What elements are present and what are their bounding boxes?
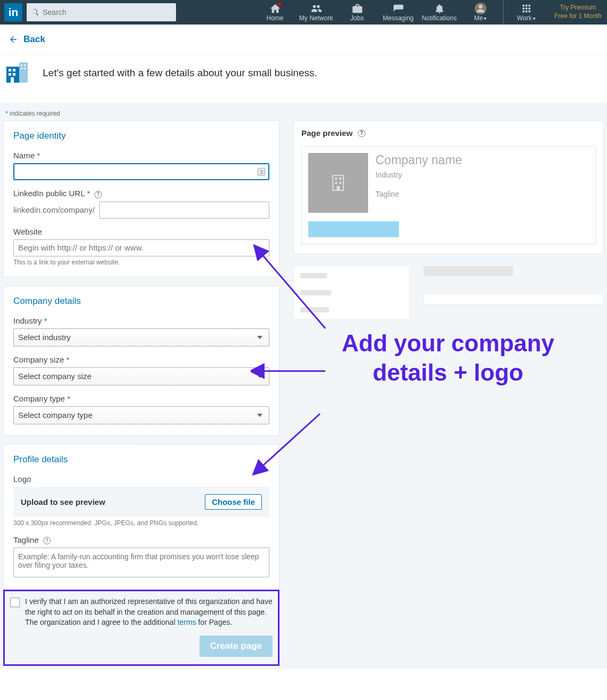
bell-icon [434,3,445,14]
verify-checkbox[interactable] [10,598,20,607]
building-placeholder-icon [325,170,351,196]
url-input[interactable] [99,202,269,219]
back-bar: Back [0,25,607,55]
svg-rect-3 [13,69,15,71]
premium-line2: Free for 1 Month [553,12,603,21]
type-select[interactable]: Select company type [13,406,269,424]
upload-row: Upload to see preview Choose file [13,487,269,517]
home-badge [277,2,282,6]
building-icon [4,59,30,86]
help-icon[interactable]: ? [358,130,365,137]
preview-industry: Industry [376,171,462,179]
page-identity-card: Page identity Name * ☰ LinkedIn public U… [3,120,279,277]
jobs-icon [352,3,363,14]
chevron-down-icon: ▾ [484,15,486,21]
help-icon[interactable]: ? [43,537,51,544]
tagline-label: Tagline [13,535,39,544]
autofill-icon[interactable]: ☰ [258,168,265,175]
website-help: This is a link to your external website. [13,259,269,266]
svg-rect-16 [339,182,341,184]
profile-details-card: Profile details Logo Upload to see previ… [3,444,279,590]
nav-jobs-label: Jobs [350,14,364,22]
intro-headline: Let's get started with a few details abo… [43,67,317,79]
profile-details-title: Profile details [13,454,269,465]
nav-home-label: Home [266,14,283,22]
linkedin-logo[interactable]: in [4,3,22,21]
website-label: Website [13,227,269,236]
size-label: Company size [13,355,64,364]
avatar-icon [475,3,486,14]
nav-messaging-label: Messaging [382,14,413,22]
required-note: * indicates required [0,107,607,120]
nav-me-label: Me [474,14,483,22]
page-identity-title: Page identity [13,131,269,141]
type-label: Company type [13,394,65,403]
main-area: * indicates required Page identity Name … [0,102,607,669]
company-details-title: Company details [13,296,269,307]
tagline-input[interactable] [13,548,269,577]
size-select[interactable]: Select company size [13,367,269,385]
preview-card: Page preview ? Company name Industry Tag… [293,120,604,254]
back-link[interactable]: Back [9,34,45,45]
nav-divider [503,0,504,25]
back-label: Back [23,34,45,45]
svg-point-0 [478,5,482,9]
svg-rect-10 [21,68,22,69]
nav-me[interactable]: Me▾ [460,0,501,25]
svg-rect-8 [21,65,22,66]
url-label: LinkedIn public URL [13,189,85,198]
search-input[interactable] [43,8,172,17]
industry-label: Industry [13,316,42,325]
terms-link[interactable]: terms [178,618,196,626]
url-prefix: linkedin.com/company/ [13,205,95,214]
messaging-icon [393,3,404,14]
name-input[interactable] [13,163,269,180]
nav-jobs[interactable]: Jobs [337,0,378,25]
upload-text: Upload to see preview [21,497,105,506]
nav-notifications[interactable]: Notifications [419,0,460,25]
verify-box: I verify that I am an authorized represe… [3,590,279,666]
logo-help: 300 x 300px recommended. JPGs, JPEGs, an… [13,519,269,527]
topnav: in Home My Network Jobs Messaging Notifi… [0,0,607,25]
chevron-down-icon: ▾ [533,15,536,21]
svg-rect-7 [19,62,28,83]
svg-rect-17 [337,186,340,190]
preview-tagline: Tagline [376,190,462,198]
name-label: Name [13,151,35,160]
search-box[interactable] [27,3,176,21]
preview-logo-placeholder [308,153,368,213]
svg-rect-14 [339,178,341,180]
help-icon[interactable]: ? [94,191,102,198]
nav-network[interactable]: My Network [295,0,337,25]
svg-rect-5 [13,73,15,76]
skeleton-placeholders [293,266,604,319]
nav-network-label: My Network [299,14,333,22]
svg-rect-11 [24,68,26,69]
nav-work[interactable]: Work▾ [506,0,547,25]
svg-rect-4 [9,73,11,76]
industry-select[interactable]: Select industry [13,328,269,347]
preview-title-label: Page preview [301,128,353,138]
premium-link[interactable]: Try Premium Free for 1 Month [553,4,603,20]
arrow-left-icon [9,35,18,44]
verify-text: I verify that I am an authorized represe… [25,597,273,628]
logo-label: Logo [13,474,269,484]
search-icon [31,8,39,17]
apps-icon [521,3,532,14]
website-input[interactable] [13,239,269,256]
nav-messaging[interactable]: Messaging [378,0,419,25]
network-icon [310,3,322,14]
premium-line1: Try Premium [553,4,603,12]
nav-work-label: Work [517,14,532,22]
svg-rect-9 [24,65,26,66]
choose-file-button[interactable]: Choose file [205,494,262,510]
svg-rect-6 [11,77,14,83]
nav-home[interactable]: Home [254,0,295,25]
create-page-button[interactable]: Create page [199,635,273,657]
intro: Let's get started with a few details abo… [0,55,607,102]
svg-rect-13 [335,178,337,180]
svg-rect-15 [335,182,337,184]
preview-inner: Company name Industry Tagline [301,146,596,244]
preview-company-name: Company name [376,153,462,167]
svg-rect-2 [9,69,11,71]
